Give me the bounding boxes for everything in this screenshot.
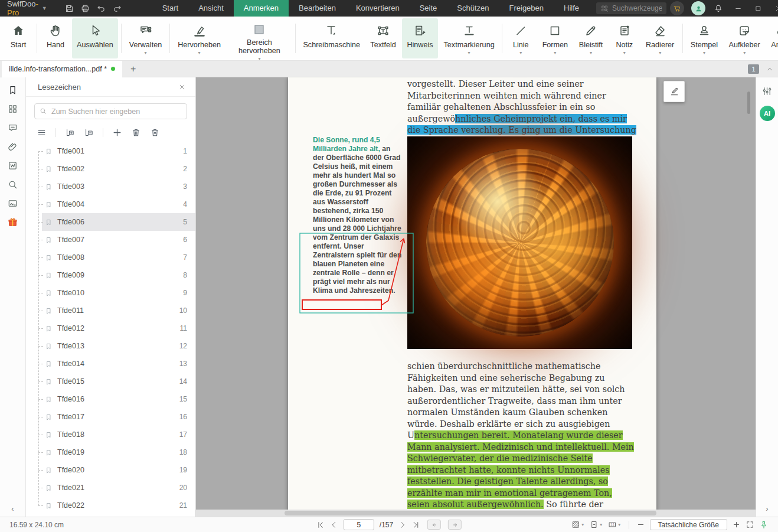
tool-textfeld[interactable]: Textfeld [365,18,401,58]
redo-button[interactable] [112,1,122,15]
bookmark-item-tfde011[interactable]: Tfde01110 [26,302,195,319]
search-icon[interactable] [7,179,18,190]
tool-auswählen[interactable]: Auswählen [72,18,118,58]
bookmark-item-tfde021[interactable]: Tfde02120 [26,479,195,497]
menu-seite[interactable]: Seite [410,0,447,17]
collapse-ribbon-icon[interactable] [766,66,773,73]
display-settings-icon[interactable] [761,86,773,97]
maximize-button[interactable] [748,0,768,17]
zoom-level-select[interactable]: Tatsächliche Größe [650,519,727,530]
save-button[interactable] [64,1,74,15]
bookmark-item-tfde006[interactable]: Tfde0065 [26,213,195,231]
dropdown-caret-icon[interactable]: ▾ [198,50,201,56]
tool-stempel[interactable]: Stempel▾ [686,18,723,58]
collapse-all-icon[interactable] [84,128,94,138]
bookmark-icon[interactable] [7,84,18,96]
bookmark-item-tfde022[interactable]: Tfde02221 [26,497,195,514]
add-bookmark-icon[interactable] [112,128,122,138]
menu-konvertieren[interactable]: Konvertieren [346,0,410,17]
signature-icon[interactable] [7,198,18,209]
document-area[interactable]: vorgestellt. Dieser Leiter und eine sein… [196,77,756,517]
horizontal-scrollbar[interactable] [285,511,656,515]
notifications-button[interactable] [714,4,723,13]
attachment-icon[interactable] [7,141,18,152]
menu-schützen[interactable]: Schützen [447,0,499,17]
last-page-button[interactable] [412,521,420,529]
previous-view-button[interactable] [427,520,441,530]
cart-button[interactable] [670,1,684,15]
tool-hand[interactable]: Hand [40,18,71,58]
next-view-button[interactable] [448,520,462,530]
gift-icon[interactable] [7,217,18,228]
bookmark-item-tfde001[interactable]: Tfde0011 [26,142,195,160]
previous-page-button[interactable] [330,521,338,529]
right-panel-expand-icon[interactable]: › [766,504,768,513]
tool-bereich-hervorheben[interactable]: Bereich hervorheben▾ [227,18,292,58]
zoom-in-button[interactable] [732,520,741,529]
bookmark-item-tfde016[interactable]: Tfde01615 [26,390,195,408]
tool-bleistift[interactable]: Bleistift▾ [574,18,607,58]
bookmark-item-tfde019[interactable]: Tfde01918 [26,443,195,461]
menu-bearbeiten[interactable]: Bearbeiten [289,0,346,17]
menu-ansicht[interactable]: Ansicht [188,0,234,17]
bookmark-item-tfde004[interactable]: Tfde0044 [26,195,195,213]
tool-verwalten[interactable]: Verwalten▾ [125,18,167,58]
vertical-scrollbar[interactable] [747,92,750,114]
bookmark-item-tfde003[interactable]: Tfde0033 [26,178,195,195]
tool-start[interactable]: Start [3,18,34,58]
dropdown-caret-icon[interactable]: ▾ [554,50,556,56]
bookmark-item-tfde014[interactable]: Tfde01413 [26,355,195,373]
horizontal-scrollbar-track[interactable] [196,510,756,517]
menu-anmerken[interactable]: Anmerken [234,0,289,17]
tool-aufkleber[interactable]: Aufkleber▾ [724,18,765,58]
tool-linie[interactable]: Linie▾ [505,18,536,58]
tool-radierer[interactable]: Radierer▾ [641,18,679,58]
dropdown-caret-icon[interactable]: ▾ [468,50,470,56]
tool-schreibmaschine[interactable]: Schreibmaschine [299,18,364,58]
search-tools-box[interactable] [596,2,666,14]
dropdown-caret-icon[interactable]: ▾ [519,50,522,56]
minimize-button[interactable] [728,0,748,17]
expand-all-icon[interactable] [65,128,75,138]
tool-anlage[interactable]: Anlage [766,18,778,58]
delete-all-icon[interactable] [150,128,160,138]
watermark-icon[interactable] [7,160,18,171]
document-tab[interactable]: ilide.info-transformation...pdf * [2,61,122,77]
pin-toolbar-button[interactable] [759,520,769,530]
bookmark-item-tfde013[interactable]: Tfde01312 [26,337,195,355]
page-display-mode-button[interactable]: ▼ [571,520,585,529]
account-button[interactable] [691,1,705,15]
fullscreen-button[interactable] [746,520,754,529]
bookmark-item-tfde002[interactable]: Tfde0022 [26,160,195,178]
current-page-input[interactable] [344,519,374,530]
tool-formen[interactable]: Formen▾ [537,18,573,58]
dropdown-caret-icon[interactable]: ▾ [703,50,705,56]
app-menu-caret-icon[interactable]: ▼ [42,5,47,11]
tool-hervorheben[interactable]: Hervorheben▾ [173,18,225,58]
pdf-page[interactable]: vorgestellt. Dieser Leiter und eine sein… [288,77,656,517]
dropdown-caret-icon[interactable]: ▾ [144,50,146,56]
tool-hinweis[interactable]: Hinweis [402,18,438,58]
bookmark-item-tfde012[interactable]: Tfde01211 [26,319,195,337]
tool-textmarkierung[interactable]: Textmarkierung▾ [439,18,499,58]
single-page-mode-button[interactable]: ▼ [590,520,603,529]
dropdown-caret-icon[interactable]: ▾ [623,50,626,56]
dropdown-caret-icon[interactable]: ▾ [743,50,746,56]
dropdown-caret-icon[interactable]: ▾ [659,50,661,56]
print-button[interactable] [80,1,90,15]
dropdown-caret-icon[interactable]: ▾ [258,56,260,62]
ai-assistant-button[interactable]: AI [760,106,775,121]
zoom-out-button[interactable] [636,520,645,529]
dropdown-caret-icon[interactable]: ▾ [590,50,592,56]
actual-size-mode-button[interactable]: 1:1▼ [608,520,622,529]
comment-icon[interactable] [7,122,18,133]
thumbnails-icon[interactable] [7,103,18,115]
bookmark-item-tfde020[interactable]: Tfde02019 [26,461,195,479]
new-tab-button[interactable]: + [130,64,136,74]
menu-icon[interactable] [37,128,47,138]
tool-notiz[interactable]: Notiz▾ [609,18,640,58]
bookmark-search-input[interactable] [34,103,187,119]
bookmark-item-tfde007[interactable]: Tfde0076 [26,231,195,249]
bookmark-item-tfde010[interactable]: Tfde0109 [26,284,195,302]
menu-start[interactable]: Start [152,0,188,17]
